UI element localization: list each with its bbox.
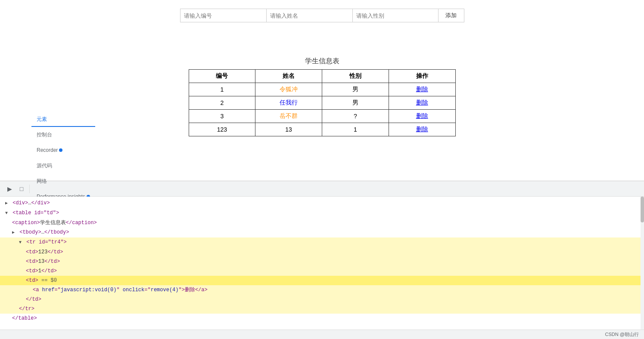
- devtools-dom-content: ▶ <div>…</div>▼ <table id="td"><caption>…: [0, 197, 644, 330]
- id-input[interactable]: [180, 9, 266, 22]
- header-id: 编号: [189, 70, 255, 83]
- cell-gender: ?: [322, 110, 389, 123]
- bottom-bar-text: CSDN @朝山行: [605, 331, 639, 338]
- tab-badge: [59, 148, 62, 152]
- devtools-tabs: ▶ □ 元素控制台Recorder源代码网络Performance insigh…: [0, 181, 644, 197]
- dom-line: </table>: [0, 314, 644, 323]
- cell-action: 删除: [389, 123, 455, 136]
- dom-lines-container: ▶ <div>…</div>▼ <table id="td"><caption>…: [0, 198, 644, 323]
- delete-link[interactable]: 删除: [416, 126, 428, 133]
- dom-line: ▶ <tbody>…</tbody>: [0, 228, 644, 237]
- delete-link[interactable]: 删除: [416, 99, 428, 106]
- add-button[interactable]: 添加: [439, 9, 464, 22]
- page-area: 添加 学生信息表 编号 姓名 性别 操作 1令狐冲男删除2任我行男删除3岳不群?…: [0, 0, 644, 181]
- table-row: 123131删除: [189, 123, 455, 136]
- table-row: 3岳不群?删除: [189, 110, 455, 123]
- cell-action: 删除: [389, 83, 455, 96]
- scrollbar-thumb[interactable]: [641, 197, 644, 222]
- devtools-tab-控制台[interactable]: 控制台: [31, 127, 95, 142]
- cell-gender: 男: [322, 83, 389, 96]
- cursor-icon[interactable]: ▶: [3, 183, 16, 195]
- dom-line: ▼ <table id="td">: [0, 208, 644, 218]
- dom-line[interactable]: <a href="javascript:void(0)" onclick="re…: [0, 285, 644, 295]
- dom-line: <td> == $0: [0, 276, 644, 285]
- dom-line: <td>123</td>: [0, 247, 644, 257]
- devtools-tab-网络[interactable]: 网络: [31, 173, 95, 189]
- header-gender: 性别: [322, 70, 389, 83]
- cell-name: 令狐冲: [255, 83, 322, 96]
- student-table: 编号 姓名 性别 操作 1令狐冲男删除2任我行男删除3岳不群?删除123131删…: [189, 69, 456, 136]
- table-row: 1令狐冲男删除: [189, 83, 455, 96]
- cell-name: 13: [255, 123, 322, 136]
- dom-line: <td>13</td>: [0, 257, 644, 266]
- devtools-tab-元素[interactable]: 元素: [31, 111, 95, 127]
- tab-separator: [29, 185, 30, 193]
- inspect-icon[interactable]: □: [16, 183, 28, 195]
- table-row: 2任我行男删除: [189, 96, 455, 110]
- scrollbar[interactable]: [641, 197, 644, 330]
- cell-id: 3: [189, 110, 255, 123]
- cell-action: 删除: [389, 96, 455, 110]
- cell-gender: 男: [322, 96, 389, 110]
- cell-id: 123: [189, 123, 255, 136]
- devtools-bottom-bar: CSDN @朝山行: [0, 330, 644, 339]
- devtools-tab-源代码[interactable]: 源代码: [31, 158, 95, 173]
- cell-id: 1: [189, 83, 255, 96]
- cell-name: 任我行: [255, 96, 322, 110]
- delete-link[interactable]: 删除: [416, 86, 428, 92]
- dom-line: ▼ <tr id="tr4">: [0, 237, 644, 247]
- gender-input[interactable]: [352, 9, 439, 22]
- header-name: 姓名: [255, 70, 322, 83]
- dom-line: <caption>学生信息表</caption>: [0, 218, 644, 228]
- cell-name: 岳不群: [255, 110, 322, 123]
- cell-gender: 1: [322, 123, 389, 136]
- header-action: 操作: [389, 70, 455, 83]
- dom-line: </tr>: [0, 304, 644, 314]
- table-header-row: 编号 姓名 性别 操作: [189, 70, 455, 83]
- devtools-tab-recorder-▲[interactable]: Recorder: [31, 142, 95, 158]
- cell-action: 删除: [389, 110, 455, 123]
- delete-link[interactable]: 删除: [416, 112, 428, 119]
- table-title: 学生信息表: [305, 57, 339, 66]
- devtools-panel: ▶ □ 元素控制台Recorder源代码网络Performance insigh…: [0, 181, 644, 339]
- table-container: 学生信息表 编号 姓名 性别 操作 1令狐冲男删除2任我行男删除3岳不群?删除1…: [189, 57, 456, 136]
- dom-line: ▶ <div>…</div>: [0, 198, 644, 208]
- dom-line: </td>: [0, 295, 644, 304]
- dom-line: <td>1</td>: [0, 266, 644, 276]
- name-input[interactable]: [266, 9, 352, 22]
- cell-id: 2: [189, 96, 255, 110]
- input-row: 添加: [180, 9, 464, 22]
